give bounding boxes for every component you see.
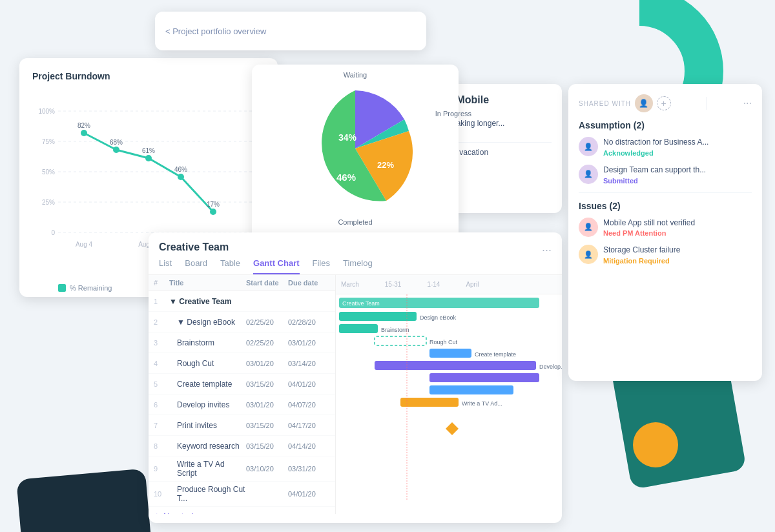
- gantt-row: 8 Keyword research 03/15/20 04/14/20: [149, 436, 335, 456]
- gantt-team-title: Creative Team: [159, 241, 229, 253]
- gantt-row: 10 Produce Rough Cut T... 04/01/20: [149, 482, 335, 507]
- assumption-status-2: Submitted: [603, 177, 752, 185]
- row-due: 04/14/20: [288, 442, 330, 450]
- shared-with-section: SHARED WITH 👤 +: [579, 94, 671, 112]
- row-num: 6: [154, 401, 169, 409]
- assumption-text-2: Design Team can support th...: [603, 165, 752, 176]
- avatar-user: 👤: [635, 94, 653, 112]
- issue-item-1: 👤 Mobile App still not verified Need PM …: [579, 218, 752, 238]
- chart-header-15-31: 15-31: [385, 281, 402, 288]
- assumption-content-2: Design Team can support th... Submitted: [603, 165, 752, 185]
- pie-label-completed: Completed: [338, 218, 372, 226]
- row-start: 03/01/20: [246, 360, 288, 367]
- chart-header-march: March: [341, 281, 359, 288]
- row-name[interactable]: Write a TV Ad Script: [169, 460, 246, 478]
- row-due: 03/01/20: [288, 339, 330, 347]
- shared-add-button[interactable]: +: [657, 96, 671, 110]
- svg-text:0: 0: [51, 229, 55, 236]
- svg-point-15: [145, 155, 152, 161]
- row-name[interactable]: ▼ Design eBook: [169, 318, 246, 327]
- row-num: 4: [154, 360, 169, 367]
- svg-point-13: [81, 130, 87, 136]
- row-name[interactable]: Produce Rough Cut T...: [169, 485, 246, 503]
- tab-files[interactable]: Files: [313, 258, 330, 274]
- row-num: 5: [154, 380, 169, 388]
- gantt-chart-header: March 15-31 1-14 April: [336, 275, 562, 294]
- portfolio-back-link[interactable]: < Project portfolio overview: [165, 26, 266, 36]
- row-name[interactable]: Print invites: [169, 421, 246, 430]
- gantt-row: 6 Develop invites 03/01/20 04/07/20: [149, 394, 335, 415]
- row-num: 2: [154, 318, 169, 326]
- assumptions-section-title: Assumption (2): [579, 120, 752, 130]
- gantt-body: # Title Start date Due date 1 ▼ Creative…: [149, 275, 562, 514]
- gantt-bars-svg: Creative Team Design eBook Brainstorm Ro…: [336, 294, 562, 501]
- svg-text:46%: 46%: [174, 166, 187, 173]
- svg-marker-42: [446, 422, 459, 435]
- tab-table[interactable]: Table: [220, 258, 240, 274]
- assumption-item-2: 👤 Design Team can support th... Submitte…: [579, 165, 752, 185]
- pie-chart-svg: 34% 22% 46%: [284, 77, 426, 220]
- svg-text:68%: 68%: [110, 139, 123, 146]
- burndown-legend-color: [58, 284, 66, 292]
- svg-text:Write a TV Ad...: Write a TV Ad...: [462, 400, 502, 407]
- col-due-header: Due date: [288, 279, 330, 287]
- row-start: 03/10/20: [246, 465, 288, 473]
- svg-text:17%: 17%: [207, 201, 220, 208]
- svg-text:Design eBook: Design eBook: [420, 314, 457, 321]
- gantt-table-section: # Title Start date Due date 1 ▼ Creative…: [149, 275, 336, 514]
- svg-text:46%: 46%: [336, 172, 356, 183]
- chart-header-1-14: 1-14: [427, 281, 440, 288]
- svg-text:75%: 75%: [42, 138, 55, 145]
- row-name[interactable]: Rough Cut: [169, 359, 246, 368]
- svg-rect-34: [429, 349, 471, 358]
- row-due: 04/17/20: [288, 422, 330, 429]
- shared-divider: [707, 97, 707, 110]
- issue-content-1: Mobile App still not verified Need PM At…: [603, 218, 752, 238]
- issue-item-2: 👤 Storage Cluster failure Mitigation Req…: [579, 245, 752, 265]
- gantt-row: 4 Rough Cut 03/01/20 03/14/20: [149, 353, 335, 374]
- svg-rect-36: [375, 361, 536, 370]
- new-task-label: New task: [163, 512, 195, 514]
- gantt-menu-dots[interactable]: ···: [542, 243, 552, 257]
- row-name[interactable]: ▼ Creative Team: [169, 297, 246, 306]
- tab-board[interactable]: Board: [185, 258, 207, 274]
- row-name[interactable]: Brainstorm: [169, 338, 246, 347]
- gantt-row: 3 Brainstorm 02/25/20 03/01/20: [149, 332, 335, 353]
- issue-avatar-1: 👤: [579, 218, 598, 237]
- assumption-avatar-1: 👤: [579, 137, 598, 156]
- row-due: 03/31/20: [288, 465, 330, 473]
- svg-text:82%: 82%: [78, 122, 90, 129]
- row-num: 8: [154, 442, 169, 450]
- tab-list[interactable]: List: [159, 258, 172, 274]
- gantt-row: 9 Write a TV Ad Script 03/10/20 03/31/20: [149, 456, 335, 482]
- svg-text:22%: 22%: [377, 160, 394, 170]
- svg-text:Create template: Create template: [475, 351, 516, 358]
- issues-assumptions-card: SHARED WITH 👤 + ··· Assumption (2) 👤 No …: [568, 84, 762, 381]
- new-task-row[interactable]: + New task: [149, 507, 335, 514]
- gantt-row: 5 Create template 03/15/20 04/01/20: [149, 374, 335, 394]
- svg-rect-28: [339, 312, 417, 321]
- svg-rect-30: [339, 324, 378, 333]
- row-name[interactable]: Create template: [169, 380, 246, 389]
- tab-gantt-chart[interactable]: Gantt Chart: [253, 258, 300, 274]
- chart-header-april: April: [466, 281, 479, 288]
- shared-menu-dots[interactable]: ···: [743, 97, 752, 109]
- row-start: 03/01/20: [246, 401, 288, 409]
- issue-content-2: Storage Cluster failure Mitigation Requi…: [603, 245, 752, 265]
- issue-avatar-2: 👤: [579, 245, 598, 264]
- assumption-content-1: No distraction for Business A... Acknowl…: [603, 137, 752, 157]
- burndown-title: Project Burndown: [32, 71, 265, 81]
- row-name[interactable]: Develop invites: [169, 400, 246, 409]
- row-name[interactable]: Keyword research: [169, 442, 246, 451]
- shared-with-header: SHARED WITH 👤 + ···: [579, 94, 752, 112]
- svg-text:Brainstorm: Brainstorm: [381, 327, 409, 333]
- portfolio-header-card: < Project portfolio overview: [155, 12, 426, 50]
- svg-text:34%: 34%: [338, 132, 357, 143]
- svg-text:Rough Cut: Rough Cut: [429, 339, 458, 345]
- tab-timelog[interactable]: Timelog: [343, 258, 373, 274]
- issue-status-1: Need PM Attention: [603, 229, 752, 237]
- shared-with-label: SHARED WITH: [579, 100, 631, 107]
- row-due: 04/07/20: [288, 401, 330, 409]
- svg-point-17: [210, 209, 216, 215]
- row-due: 03/14/20: [288, 360, 330, 367]
